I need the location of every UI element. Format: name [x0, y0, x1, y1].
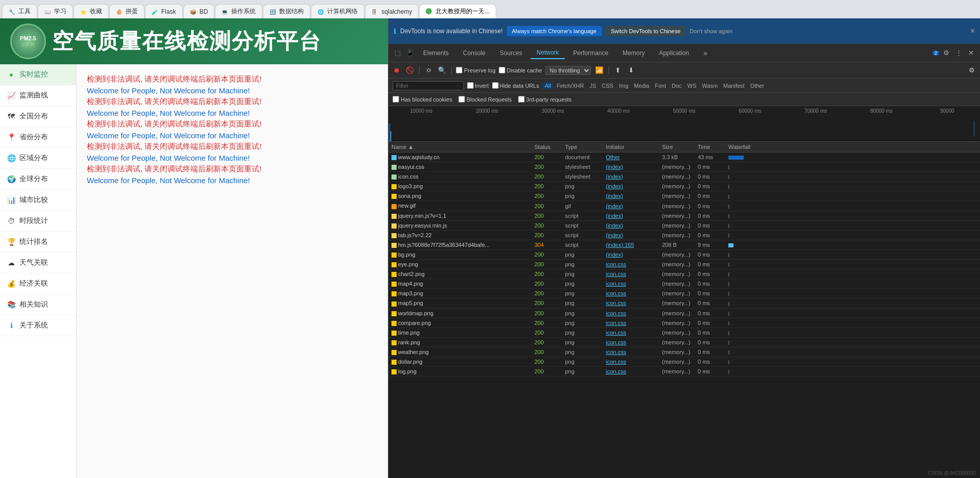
- network-table-wrap[interactable]: Name ▲ Status Type Initiator Size Time W…: [388, 142, 980, 478]
- td-initiator[interactable]: icon.css: [603, 308, 659, 318]
- close-info-bar-button[interactable]: ×: [970, 27, 975, 36]
- table-row[interactable]: map5.png 200 png icon.css (memory...) 0 …: [388, 298, 980, 308]
- record-button[interactable]: ⏺: [391, 65, 402, 76]
- th-size[interactable]: Size: [659, 142, 695, 153]
- table-row[interactable]: chart2.png 200 png icon.css (memory...) …: [388, 269, 980, 279]
- table-row[interactable]: bg.png 200 png (index) (memory...) 0 ms: [388, 249, 980, 259]
- tab-memory[interactable]: Memory: [617, 47, 651, 59]
- tab-os[interactable]: 💻 操作系统: [215, 4, 262, 18]
- table-row[interactable]: sona.png 200 png (index) (memory...) 0 m…: [388, 191, 980, 201]
- td-initiator[interactable]: (index): [603, 201, 659, 211]
- dont-show-again[interactable]: Don't show again: [690, 28, 732, 34]
- sidebar-item-city[interactable]: 📊 城市比较: [0, 190, 76, 211]
- blocked-cookies-checkbox[interactable]: Has blocked cookies: [393, 96, 452, 103]
- sidebar-item-time[interactable]: ⏱ 时段统计: [0, 211, 76, 232]
- tab-performance[interactable]: Performance: [567, 47, 615, 59]
- th-waterfall[interactable]: Waterfall: [725, 142, 980, 153]
- search-button[interactable]: 🔍: [437, 65, 447, 76]
- td-initiator[interactable]: (index): [603, 172, 659, 182]
- td-initiator[interactable]: (index): [603, 230, 659, 240]
- td-initiator[interactable]: Other: [603, 153, 659, 162]
- tab-flask[interactable]: 🧪 Flask: [145, 4, 183, 18]
- type-btn-img[interactable]: Img: [617, 82, 631, 89]
- td-initiator[interactable]: icon.css: [603, 367, 659, 376]
- td-initiator[interactable]: (index): [603, 162, 659, 172]
- tab-study[interactable]: 📖 学习: [38, 4, 73, 18]
- th-status[interactable]: Status: [531, 142, 562, 153]
- sidebar-item-about[interactable]: ℹ 关于系统: [0, 315, 76, 336]
- table-row[interactable]: rank.png 200 png icon.css (memory...) 0 …: [388, 337, 980, 347]
- tab-console[interactable]: Console: [457, 47, 492, 59]
- preserve-log-input[interactable]: [456, 67, 462, 73]
- devtools-device-icon[interactable]: 📱: [405, 48, 415, 58]
- wifi-icon[interactable]: 📶: [594, 65, 604, 76]
- tab-network[interactable]: 🌐 计算机网络: [311, 4, 364, 18]
- tab-collect[interactable]: ⭐ 收藏: [74, 4, 109, 18]
- third-party-input[interactable]: [518, 96, 525, 103]
- td-initiator[interactable]: icon.css: [603, 289, 659, 298]
- tab-pidan[interactable]: 🥚 拼蛋: [109, 4, 144, 18]
- clear-button[interactable]: 🚫: [405, 65, 415, 76]
- table-row[interactable]: map3.png 200 png icon.css (memory...) 0 …: [388, 289, 980, 298]
- td-initiator[interactable]: (index):165: [603, 240, 659, 249]
- td-initiator[interactable]: (index): [603, 182, 659, 191]
- td-initiator[interactable]: icon.css: [603, 357, 659, 366]
- type-btn-fetchxhr[interactable]: Fetch/XHR: [554, 82, 586, 89]
- td-initiator[interactable]: icon.css: [603, 337, 659, 347]
- export-button[interactable]: ⬇: [626, 65, 636, 76]
- tab-sqlalchemy[interactable]: 🗄 sqlalchemy: [365, 4, 419, 18]
- td-initiator[interactable]: (index): [603, 220, 659, 230]
- filter-input[interactable]: [393, 81, 464, 90]
- sidebar-item-economy[interactable]: 💰 经济关联: [0, 273, 76, 294]
- tab-bd[interactable]: 📦 BD: [183, 4, 215, 18]
- td-initiator[interactable]: icon.css: [603, 260, 659, 269]
- devtools-pointer-icon[interactable]: ⬚: [393, 48, 403, 58]
- sidebar-item-province[interactable]: 📍 省份分布: [0, 127, 76, 148]
- sidebar-item-rank[interactable]: 🏆 统计排名: [0, 232, 76, 253]
- preserve-log-checkbox[interactable]: Preserve log: [456, 67, 496, 73]
- sidebar-item-curve[interactable]: 📈 监测曲线: [0, 85, 76, 106]
- td-initiator[interactable]: (index): [603, 249, 659, 259]
- table-row[interactable]: jquery.easyui.min.js 200 script (index) …: [388, 220, 980, 230]
- invert-checkbox[interactable]: Invert: [467, 82, 489, 89]
- table-row[interactable]: easyui.css 200 stylesheet (index) (memor…: [388, 162, 980, 172]
- devtools-settings-icon[interactable]: ⚙: [941, 48, 951, 58]
- devtools-close-icon[interactable]: ✕: [966, 48, 976, 58]
- sidebar-item-global[interactable]: 🌍 全球分布: [0, 169, 76, 190]
- throttle-select[interactable]: No throttling: [545, 66, 591, 75]
- td-initiator[interactable]: (index): [603, 191, 659, 201]
- table-row[interactable]: dollar.png 200 png icon.css (memory...) …: [388, 357, 980, 366]
- sidebar-item-region[interactable]: 🌐 区域分布: [0, 148, 76, 169]
- table-row[interactable]: compare.png 200 png icon.css (memory...)…: [388, 318, 980, 328]
- invert-input[interactable]: [467, 82, 474, 89]
- always-match-lang-button[interactable]: Always match Chrome's language: [507, 26, 602, 36]
- hide-urls-input[interactable]: [492, 82, 499, 89]
- table-row[interactable]: hm.js?6088e7f72f5a363447d4bafe... 304 sc…: [388, 240, 980, 249]
- blocked-cookies-input[interactable]: [393, 96, 399, 103]
- table-row[interactable]: eye.png 200 png icon.css (memory...) 0 m…: [388, 260, 980, 269]
- td-initiator[interactable]: icon.css: [603, 328, 659, 337]
- td-initiator[interactable]: icon.css: [603, 298, 659, 308]
- blocked-requests-checkbox[interactable]: Blocked Requests: [458, 96, 512, 103]
- devtools-kebab-icon[interactable]: ⋮: [953, 48, 964, 58]
- table-row[interactable]: time.png 200 png icon.css (memory...) 0 …: [388, 328, 980, 337]
- sidebar-item-realtime[interactable]: ● 实时监控: [0, 64, 76, 85]
- tab-network[interactable]: Network: [530, 47, 565, 59]
- table-row[interactable]: jquery.min.js?v=1.1 200 script (index) (…: [388, 211, 980, 220]
- table-row[interactable]: logo3.png 200 png (index) (memory...) 0 …: [388, 182, 980, 191]
- type-btn-wasm[interactable]: Wasm: [699, 82, 720, 89]
- type-btn-other[interactable]: Other: [748, 82, 767, 89]
- type-btn-media[interactable]: Media: [631, 82, 652, 89]
- hide-urls-checkbox[interactable]: Hide data URLs: [492, 82, 540, 89]
- table-row[interactable]: log.png 200 png icon.css (memory...) 0 m…: [388, 367, 980, 376]
- tab-pkuprof[interactable]: 北大教授用的一天...: [419, 4, 496, 18]
- td-initiator[interactable]: icon.css: [603, 269, 659, 279]
- table-row[interactable]: tab.js?v=2.22 200 script (index) (memory…: [388, 230, 980, 240]
- tab-application[interactable]: Application: [653, 47, 695, 59]
- table-row[interactable]: map4.png 200 png icon.css (memory...) 0 …: [388, 279, 980, 289]
- th-time[interactable]: Time: [695, 142, 725, 153]
- switch-to-chinese-button[interactable]: Switch DevTools to Chinese: [606, 26, 685, 36]
- devtools-more-tabs[interactable]: »: [697, 47, 714, 59]
- third-party-checkbox[interactable]: 3rd-party requests: [518, 96, 572, 103]
- sidebar-item-national[interactable]: 🗺 全国分布: [0, 106, 76, 127]
